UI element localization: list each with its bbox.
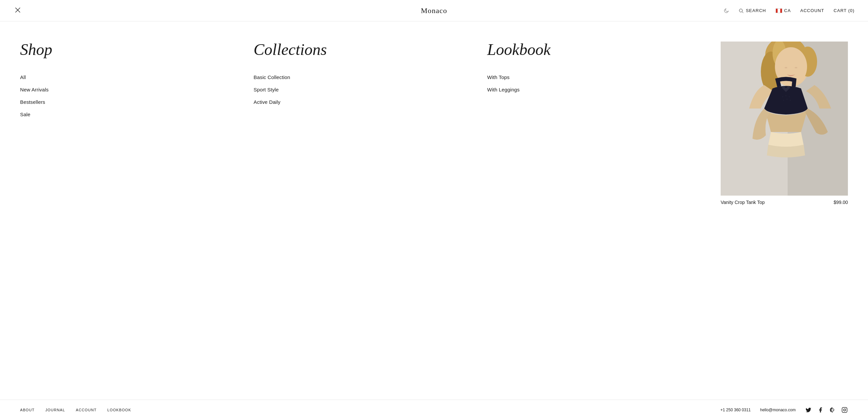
header-center: Monaco <box>421 6 447 15</box>
svg-point-24 <box>845 408 846 409</box>
svg-point-21 <box>789 100 790 101</box>
nav-link-new-arrivals[interactable]: New Arrivals <box>20 83 253 96</box>
lookbook-column: Lookbook With Tops With Leggings <box>487 41 721 386</box>
svg-point-15 <box>795 67 797 68</box>
footer-phone: +1 250 360 0311 <box>720 408 750 412</box>
country-selector[interactable]: CA <box>776 8 791 13</box>
collections-column: Collections Basic Collection Sport Style… <box>253 41 487 386</box>
shop-links: All New Arrivals Bestsellers Sale <box>20 71 253 121</box>
lookbook-links: With Tops With Leggings <box>487 71 721 96</box>
site-header: Monaco Search CA Account Cart (0) <box>0 0 868 22</box>
nav-link-all[interactable]: All <box>20 71 253 83</box>
nav-link-with-leggings[interactable]: With Leggings <box>487 83 721 96</box>
account-button[interactable]: Account <box>800 8 825 13</box>
footer-link-account[interactable]: Account <box>76 408 96 412</box>
nav-link-active-daily[interactable]: Active Daily <box>253 96 487 108</box>
footer-right: +1 250 360 0311 hello@monaco.com <box>720 407 848 413</box>
shop-column: Shop All New Arrivals Bestsellers Sale <box>20 41 253 386</box>
product-name[interactable]: Vanity Crop Tank Top <box>721 200 765 205</box>
footer-social <box>805 407 848 413</box>
facebook-icon[interactable] <box>817 407 824 413</box>
svg-point-20 <box>786 99 787 100</box>
instagram-icon[interactable] <box>841 407 848 413</box>
featured-product-card: Vanity Crop Tank Top $99.00 <box>721 41 848 205</box>
product-info: Vanity Crop Tank Top $99.00 <box>721 200 848 205</box>
cart-button[interactable]: Cart (0) <box>834 8 855 13</box>
product-image-column: Vanity Crop Tank Top $99.00 <box>721 41 848 386</box>
cart-label: Cart (0) <box>834 8 855 13</box>
svg-point-16 <box>782 96 783 97</box>
site-footer: About Journal Account Lookbook +1 250 36… <box>0 399 868 420</box>
shop-heading: Shop <box>20 41 253 58</box>
search-button[interactable]: Search <box>738 8 766 13</box>
collections-heading: Collections <box>253 41 487 58</box>
footer-link-lookbook[interactable]: Lookbook <box>107 408 131 412</box>
twitter-icon[interactable] <box>805 407 812 413</box>
svg-line-3 <box>742 12 743 13</box>
svg-point-23 <box>843 409 845 411</box>
svg-point-17 <box>785 95 786 96</box>
nav-link-sale[interactable]: Sale <box>20 108 253 121</box>
footer-nav: About Journal Account Lookbook <box>20 408 131 412</box>
nav-link-bestsellers[interactable]: Bestsellers <box>20 96 253 108</box>
svg-point-2 <box>739 9 742 12</box>
footer-link-about[interactable]: About <box>20 408 34 412</box>
product-price: $99.00 <box>834 200 848 205</box>
lookbook-heading: Lookbook <box>487 41 721 58</box>
country-flag <box>776 8 782 13</box>
close-button[interactable] <box>13 6 22 16</box>
svg-point-14 <box>785 67 787 68</box>
main-content: Shop All New Arrivals Bestsellers Sale C… <box>0 22 868 399</box>
product-image-container[interactable] <box>721 41 848 196</box>
footer-link-journal[interactable]: Journal <box>45 408 65 412</box>
nav-menu: Shop All New Arrivals Bestsellers Sale C… <box>0 22 868 399</box>
svg-point-18 <box>788 96 789 97</box>
nav-link-with-tops[interactable]: With Tops <box>487 71 721 83</box>
header-right: Search CA Account Cart (0) <box>724 8 855 13</box>
svg-rect-22 <box>842 408 847 413</box>
dark-mode-toggle[interactable] <box>724 8 729 13</box>
nav-link-basic-collection[interactable]: Basic Collection <box>253 71 487 83</box>
footer-email: hello@monaco.com <box>760 408 796 412</box>
collections-links: Basic Collection Sport Style Active Dail… <box>253 71 487 108</box>
search-label: Search <box>746 8 766 13</box>
pinterest-icon[interactable] <box>829 407 836 413</box>
brand-logo[interactable]: Monaco <box>421 6 447 15</box>
account-label: Account <box>800 8 825 13</box>
nav-link-sport-style[interactable]: Sport Style <box>253 83 487 96</box>
header-left <box>13 6 22 16</box>
country-code: CA <box>784 8 791 13</box>
svg-point-19 <box>783 100 784 101</box>
